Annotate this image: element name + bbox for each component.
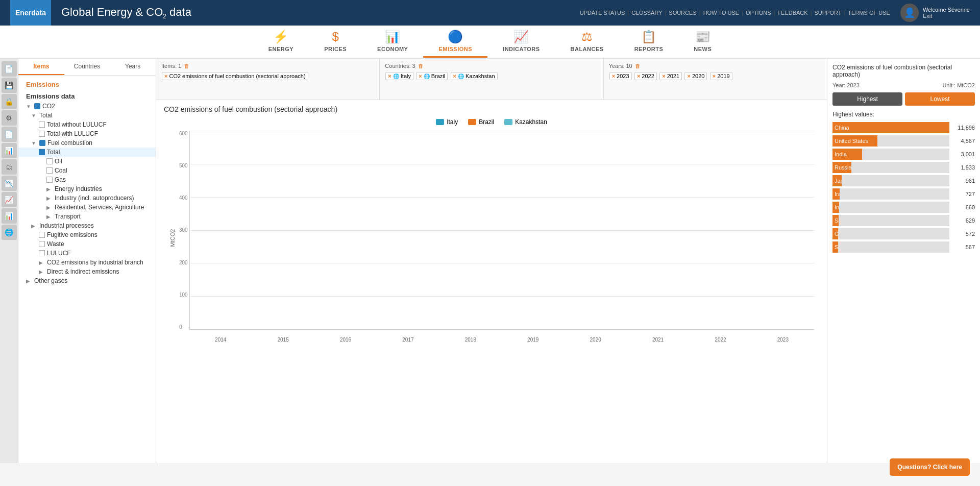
nav-indicators[interactable]: 📈 INDICATORS	[487, 26, 555, 58]
remove-year-2019[interactable]: ×	[713, 73, 716, 79]
tree-direct-indirect[interactable]: ▶ Direct & indirect emissions	[18, 267, 156, 276]
icon-btn-8[interactable]: 📉	[2, 176, 17, 191]
tree-fuel-total[interactable]: Total	[18, 148, 156, 157]
btn-lowest[interactable]: Lowest	[905, 92, 975, 106]
icon-btn-3[interactable]: 🔒	[2, 94, 17, 109]
checkbox-coal[interactable]	[46, 167, 53, 174]
energy-icon: ⚡	[273, 30, 288, 44]
nav-balances[interactable]: ⚖ BALANCES	[555, 26, 619, 58]
rank-value-3: 1,933	[952, 164, 975, 171]
nav-news[interactable]: 📰 NEWS	[678, 26, 727, 58]
nav-support[interactable]: SUPPORT	[815, 10, 842, 16]
icon-btn-11[interactable]: 🌐	[2, 225, 17, 240]
legend-kazakhstan: Kazakhstan	[504, 118, 547, 126]
tree-co2-ind-branch[interactable]: ▶ CO2 emissions by industrial branch	[18, 258, 156, 267]
nav-terms[interactable]: TERMS OF USE	[848, 10, 890, 16]
nav-sources[interactable]: SOURCES	[669, 10, 696, 16]
checkbox-total-with[interactable]	[39, 131, 45, 137]
remove-year-2022[interactable]: ×	[637, 73, 640, 79]
x-label-2017: 2017	[377, 337, 439, 343]
tree-coal[interactable]: Coal	[18, 166, 156, 175]
nav-economy[interactable]: 📊 ECONOMY	[362, 26, 423, 58]
icon-btn-9[interactable]: 📈	[2, 192, 17, 207]
checkbox-waste[interactable]	[39, 241, 45, 247]
remove-country-1[interactable]: ×	[419, 73, 422, 79]
grid-line-4	[190, 263, 814, 263]
sidebar-icons: 📄 💾 🔒 ⚙ 📄 📊 🗂 📉 📈 📊 🌐	[0, 59, 18, 463]
trash-years[interactable]: 🗑	[635, 63, 641, 69]
logo-area: Enerdata Global Energy & CO2 data	[10, 0, 191, 26]
icon-btn-1[interactable]: 📄	[2, 61, 17, 77]
checkbox-total-without[interactable]	[39, 121, 45, 128]
checkbox-fugitive[interactable]	[39, 232, 45, 238]
trash-items[interactable]: 🗑	[184, 63, 189, 69]
user-avatar: 👤	[900, 4, 919, 22]
tab-items[interactable]: Items	[18, 59, 64, 75]
icon-btn-2[interactable]: 💾	[2, 78, 17, 93]
tree-oil[interactable]: Oil	[18, 157, 156, 166]
nav-feedback[interactable]: FEEDBACK	[777, 10, 807, 16]
panel-unit: Unit : MtCO2	[942, 82, 975, 88]
checkbox-fuel-total[interactable]	[39, 149, 45, 155]
tree-co2[interactable]: ▼ CO2	[18, 102, 156, 111]
tree-lulucf[interactable]: LULUCF	[18, 249, 156, 258]
tree-total[interactable]: ▼ Total	[18, 111, 156, 120]
tree-toggle-industry: ▶	[46, 196, 53, 201]
nav-options[interactable]: OPTIONS	[746, 10, 771, 16]
rank-item-4: Japan 961	[832, 175, 975, 186]
tree-waste[interactable]: Waste	[18, 239, 156, 249]
logo: Enerdata	[10, 0, 51, 26]
remove-year-2020[interactable]: ×	[687, 73, 690, 79]
icon-btn-5[interactable]: 📄	[2, 127, 17, 142]
rank-bar-bg-9: South Korea	[832, 241, 949, 253]
icon-btn-7[interactable]: 🗂	[2, 159, 17, 175]
panel-buttons: Highest Lowest	[832, 92, 975, 106]
icon-btn-10[interactable]: 📊	[2, 208, 17, 224]
rank-bar-bg-0: China	[832, 122, 949, 133]
tab-years[interactable]: Years	[110, 59, 156, 75]
remove-year-2023[interactable]: ×	[612, 73, 615, 79]
nav-glossary[interactable]: GLOSSARY	[631, 10, 662, 16]
trash-countries[interactable]: 🗑	[418, 63, 424, 69]
questions-button[interactable]: Questions? Click here	[890, 458, 970, 463]
tree-fugitive[interactable]: Fugitive emissions	[18, 230, 156, 239]
tree-fuel-combustion[interactable]: ▼ Fuel combustion	[18, 138, 156, 148]
rank-item-1: United States 4,567	[832, 135, 975, 147]
icon-btn-4[interactable]: ⚙	[2, 110, 17, 126]
checkbox-oil[interactable]	[46, 158, 53, 164]
tab-countries[interactable]: Countries	[64, 59, 110, 75]
tree-gas[interactable]: Gas	[18, 175, 156, 184]
nav-update-status[interactable]: UPDATE STATUS	[580, 10, 625, 16]
rank-bar-fill-8: Germany	[832, 228, 838, 239]
balances-icon: ⚖	[581, 30, 593, 44]
filter-years-section: Years: 10 🗑 × 2023 × 2022 × 2021	[604, 59, 827, 100]
nav-emissions[interactable]: 🔵 EMISSIONS	[423, 26, 487, 58]
nav-energy[interactable]: ⚡ ENERGY	[253, 26, 309, 58]
checkbox-gas[interactable]	[46, 177, 53, 183]
icon-btn-6[interactable]: 📊	[2, 143, 17, 158]
tree-transport[interactable]: ▶ Transport	[18, 212, 156, 221]
tree-industrial-proc[interactable]: ▶ Industrial processes	[18, 221, 156, 230]
remove-item-0[interactable]: ×	[164, 73, 167, 79]
btn-highest[interactable]: Highest	[832, 92, 902, 106]
tree-residential[interactable]: ▶ Residential, Services, Agriculture	[18, 203, 156, 212]
remove-year-2021[interactable]: ×	[662, 73, 665, 79]
checkbox-lulucf[interactable]	[39, 250, 45, 256]
filter-countries-label: Countries: 3	[385, 63, 415, 69]
tree-energy-industries[interactable]: ▶ Energy industries	[18, 184, 156, 193]
remove-country-0[interactable]: ×	[388, 73, 391, 79]
main-content: Items: 1 🗑 × CO2 emissions of fuel combu…	[156, 59, 827, 463]
rank-value-1: 4,567	[952, 138, 975, 144]
tree-total-without[interactable]: Total without LULUCF	[18, 120, 156, 129]
nav-how-to-use[interactable]: HOW TO USE	[703, 10, 740, 16]
filter-countries-section: Countries: 3 🗑 × 🌐 Italy × 🌐 Brazil	[380, 59, 603, 100]
economy-icon: 📊	[385, 30, 400, 44]
nav-reports[interactable]: 📋 REPORTS	[619, 26, 679, 58]
tree-industry[interactable]: ▶ Industry (incl. autoproducers)	[18, 193, 156, 203]
tree-total-with[interactable]: Total with LULUCF	[18, 129, 156, 138]
nav-prices[interactable]: $ PRICES	[309, 26, 362, 58]
remove-country-2[interactable]: ×	[453, 73, 456, 79]
tree-other-gases[interactable]: ▶ Other gases	[18, 276, 156, 285]
chart-bars-area	[189, 131, 814, 330]
exit-link[interactable]: Exit	[923, 13, 970, 19]
